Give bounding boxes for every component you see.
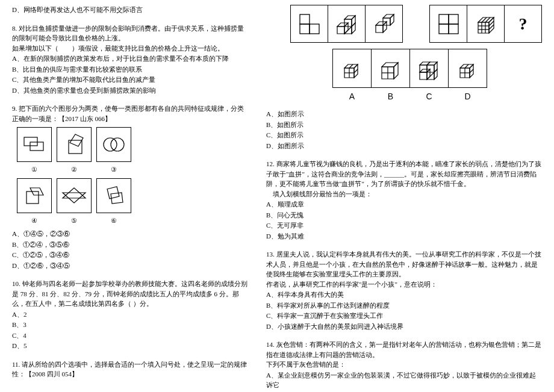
question-11: 11. 请从所给的四个选项中，选择最合适的一个填入问号处，使之呈现一定的规律性：… bbox=[12, 359, 249, 379]
top-figure-question: ? bbox=[504, 5, 542, 43]
svg-marker-22 bbox=[352, 23, 355, 34]
option-d: D、勉为其难 bbox=[266, 231, 542, 241]
question-14: 14. 灰色营销：有两种不同的含义，第一是指针对老年人的营销活动，也称为银色营销… bbox=[266, 340, 542, 392]
fig-num-3: ③ bbox=[96, 164, 131, 175]
svg-marker-53 bbox=[394, 63, 398, 79]
svg-rect-30 bbox=[449, 14, 458, 24]
option-a: A、某企业刻意模仿另一家企业的包装装潢，不过它做得很巧妙，以致于被模仿的企业很难… bbox=[266, 370, 542, 390]
answer-figure-a bbox=[332, 49, 372, 88]
option-c: C、科学家一直沉醉于在实验室埋头工作 bbox=[266, 311, 542, 321]
figure-1 bbox=[17, 127, 52, 162]
top-figure-3 bbox=[365, 5, 403, 43]
option-a: A、在新的限制捕捞的政策发布后，对于比目鱼的需求量不会有本质的下降 bbox=[12, 54, 249, 64]
svg-line-70 bbox=[465, 64, 468, 68]
svg-rect-0 bbox=[24, 137, 37, 146]
figure-group-right: ? bbox=[429, 5, 542, 43]
option-d: D、其他鱼类的需求量也会受到新捕捞政策的影响 bbox=[12, 86, 249, 96]
svg-marker-15 bbox=[337, 26, 344, 34]
figure-5 bbox=[57, 178, 92, 213]
question-mark-icon: ? bbox=[519, 11, 528, 37]
option-a: A、2 bbox=[12, 310, 249, 320]
option-d: D、如图所示 bbox=[266, 141, 542, 151]
figure-6 bbox=[96, 178, 131, 213]
svg-rect-13 bbox=[300, 24, 310, 34]
svg-marker-25 bbox=[383, 22, 387, 33]
fig-num-4: ④ bbox=[17, 216, 52, 226]
stem: 8. 对比目鱼捕捞量做进一步的限制会影响到消费者。由于供求关系，这种捕捞量的限制… bbox=[12, 23, 249, 43]
top-figure-4 bbox=[429, 5, 467, 43]
q11-options: A、如图所示 B、如图所示 C、如图所示 D、如图所示 bbox=[266, 109, 542, 151]
question-9: 9. 把下面的六个图形分为两类，使每一类图形都有各自的共同特征或规律，分类正确的… bbox=[12, 104, 249, 270]
answer-figure-b bbox=[371, 49, 410, 88]
stem: 10. 钟老师与四名老师一起参加学校举办的教师技能大赛。这四名老师的成绩分别是 … bbox=[12, 279, 249, 309]
figure-row-2 bbox=[17, 178, 249, 213]
option-b: B、科学家对所从事的工作达到迷醉的程度 bbox=[266, 300, 542, 311]
fig-num-5: ⑤ bbox=[57, 216, 92, 226]
svg-marker-10 bbox=[107, 187, 119, 199]
svg-point-5 bbox=[111, 138, 124, 151]
q7-option-d: D、网络即使再发达人也不可能不用交际语言 bbox=[12, 5, 249, 15]
svg-marker-23 bbox=[376, 25, 383, 33]
option-c: C、无可厚非 bbox=[266, 220, 542, 231]
option-c: C、①②⑤，③④⑥ bbox=[12, 250, 249, 260]
option-text: D、网络即使再发达人也不可能不用交际语言 bbox=[12, 5, 249, 15]
option-b: B、3 bbox=[12, 320, 249, 330]
top-figure-1 bbox=[290, 5, 328, 43]
option-c: C、其他鱼类产量的增加不能取代比目鱼的减产量 bbox=[12, 75, 249, 85]
answer-figures bbox=[332, 49, 542, 88]
option-a: A、科学本身具有伟大的美 bbox=[266, 290, 542, 300]
fig-num-6: ⑥ bbox=[96, 216, 131, 226]
option-d: D、小孩迷醉于大自然的美景如同进入神话境界 bbox=[266, 322, 542, 332]
svg-rect-29 bbox=[439, 14, 449, 24]
option-a: A、①④⑤，②③⑥ bbox=[12, 229, 249, 239]
answer-figure-c bbox=[409, 49, 449, 88]
question-12: 12. 商家将儿童节视为赚钱的良机，乃是出于逐利的本能，瞄准了家长的弱点，清楚他… bbox=[266, 159, 542, 241]
option-d: D、①②⑥，③④⑤ bbox=[12, 261, 249, 271]
svg-rect-1 bbox=[30, 142, 43, 151]
stem: 12. 商家将儿童节视为赚钱的良机，乃是出于逐利的本能，瞄准了家长的弱点，清楚他… bbox=[266, 159, 542, 189]
stem: 下列不属于灰色营销的是： bbox=[266, 359, 542, 370]
answer-labels: A B C D bbox=[332, 90, 542, 103]
svg-marker-33 bbox=[478, 22, 489, 33]
option-b: B、①②④，③⑤⑥ bbox=[12, 240, 249, 250]
question-10: 10. 钟老师与四名老师一起参加学校举办的教师技能大赛。这四名老师的成绩分别是 … bbox=[12, 279, 249, 351]
question-13: 13. 居里夫人说，我认定科学本身就具有伟大的美。一位从事研究工作的科学家，不仅… bbox=[266, 249, 542, 331]
svg-line-69 bbox=[470, 69, 473, 73]
svg-marker-56 bbox=[420, 72, 427, 79]
top-figure-2 bbox=[328, 5, 366, 43]
svg-rect-12 bbox=[300, 14, 310, 24]
stem: 13. 居里夫人说，我认定科学本身就具有伟大的美。一位从事研究工作的科学家，不仅… bbox=[266, 249, 542, 279]
label-c: C bbox=[409, 90, 449, 103]
figure-3 bbox=[96, 127, 131, 162]
label-b: B bbox=[371, 90, 410, 103]
svg-rect-31 bbox=[439, 24, 449, 34]
svg-point-4 bbox=[104, 138, 117, 151]
svg-rect-32 bbox=[449, 24, 458, 34]
fig-num-2: ② bbox=[57, 164, 92, 175]
stem: 作者说，从事研究工作的科学家"是一个小孩"，意在说明： bbox=[266, 279, 542, 290]
figure-row-1 bbox=[17, 127, 249, 162]
q11-top-figures: ? A B C D bbox=[266, 5, 542, 103]
svg-marker-63 bbox=[434, 69, 437, 79]
svg-line-49 bbox=[354, 69, 358, 73]
option-d: D、5 bbox=[12, 341, 249, 351]
stem: 9. 把下面的六个图形分为两类，使每一类图形都有各自的共同特征或规律，分类正确的… bbox=[12, 104, 249, 123]
question-8: 8. 对比目鱼捕捞量做进一步的限制会影响到消费者。由于供求关系，这种捕捞量的限制… bbox=[12, 23, 249, 96]
figure-group-left bbox=[290, 5, 403, 43]
stem: 填入划横线部分最恰当的一项是： bbox=[266, 189, 542, 199]
stem: 如果增加以下（ ）项假设，最能支持比目鱼的价格会上升这一结论。 bbox=[12, 43, 249, 54]
stem: 14. 灰色营销：有两种不同的含义，第一是指针对老年人的营销活动，也称为银色营销… bbox=[266, 340, 542, 359]
option-c: C、如图所示 bbox=[266, 130, 542, 140]
option-a: A、顺理成章 bbox=[266, 199, 542, 210]
option-a: A、如图所示 bbox=[266, 109, 542, 119]
svg-marker-28 bbox=[390, 14, 394, 25]
figure-2 bbox=[57, 127, 92, 162]
svg-line-50 bbox=[349, 64, 353, 68]
fig-num-1: ① bbox=[17, 164, 52, 175]
top-figure-5 bbox=[467, 5, 505, 43]
svg-rect-2 bbox=[69, 140, 82, 154]
answer-figure-d bbox=[448, 49, 487, 88]
option-b: B、问心无愧 bbox=[266, 210, 542, 220]
label-d: D bbox=[448, 90, 487, 103]
svg-rect-14 bbox=[310, 24, 319, 34]
